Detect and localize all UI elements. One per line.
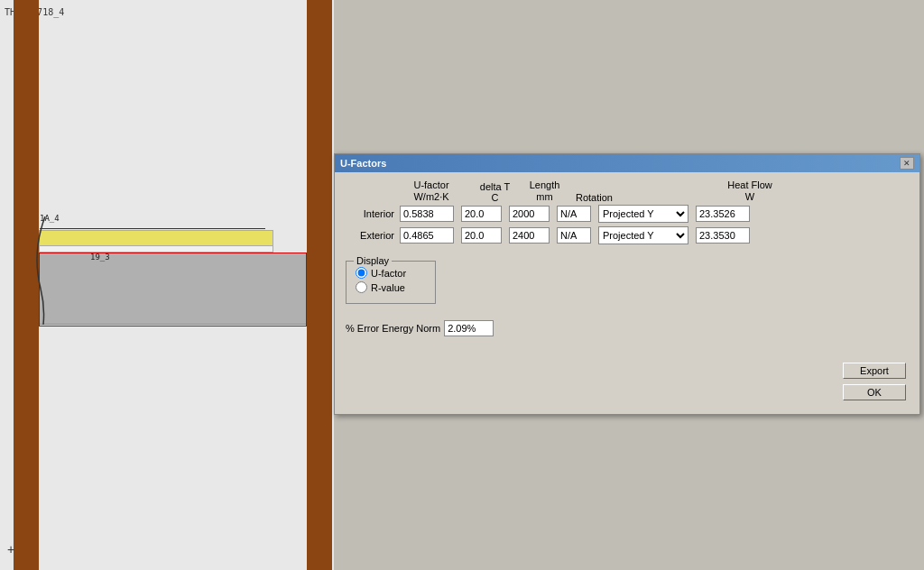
exterior-delta-input[interactable] <box>461 227 502 244</box>
exterior-length-input[interactable] <box>509 227 550 244</box>
layer-yellow <box>39 230 273 246</box>
header-ufactor: U-factor W/m2·K <box>400 179 463 203</box>
exterior-rotation-input[interactable] <box>557 227 591 244</box>
radio-rvalue[interactable] <box>356 281 367 293</box>
export-button[interactable]: Export <box>843 363 906 379</box>
dialog-titlebar: U-Factors ✕ <box>335 154 919 172</box>
radio-ufactor[interactable] <box>356 267 367 279</box>
radio-rvalue-label: R-value <box>371 282 405 293</box>
interior-heatflow-input[interactable] <box>696 206 750 222</box>
header-delta: delta T C <box>470 181 520 203</box>
display-group-box: Display U-factor R-value <box>346 261 436 304</box>
radio-ufactor-label: U-factor <box>371 268 406 279</box>
dialog-close-button[interactable]: ✕ <box>900 157 914 170</box>
error-row: % Error Energy Norm <box>346 320 494 336</box>
error-value-input[interactable] <box>444 320 494 336</box>
display-group-legend: Display <box>354 255 392 266</box>
dialog-buttons: Export OK <box>843 363 906 400</box>
error-label: % Error Energy Norm <box>346 323 440 334</box>
ufactors-dialog: U-Factors ✕ U-factor W/m2·K delta T C Le… <box>334 153 920 415</box>
radio-ufactor-option: U-factor <box>356 267 426 279</box>
interior-ufactor-input[interactable] <box>400 206 454 222</box>
cad-drawing: THERM5718_4 1A_4 19_3 + <box>0 0 334 570</box>
interior-row: Interior Projected Y Projected X Project… <box>346 205 909 223</box>
interior-delta-input[interactable] <box>461 206 502 222</box>
layer-white <box>39 245 273 253</box>
exterior-row: Exterior Projected Y Projected X Project… <box>346 226 909 244</box>
ok-button[interactable]: OK <box>843 384 906 400</box>
dialog-title: U-Factors <box>340 158 386 169</box>
interior-label: Interior <box>346 208 400 219</box>
interior-dropdown[interactable]: Projected Y Projected X Projected Z All <box>598 205 688 223</box>
interior-length-input[interactable] <box>509 206 550 222</box>
curve-line <box>27 216 54 325</box>
cross-marker: + <box>7 542 14 556</box>
dim-line-horiz <box>40 228 265 229</box>
exterior-dropdown[interactable]: Projected Y Projected X Projected Z All <box>598 226 688 244</box>
exterior-label: Exterior <box>346 230 400 241</box>
dim-label-193: 19_3 <box>90 253 110 262</box>
header-length: Length mm <box>520 179 569 203</box>
exterior-ufactor-input[interactable] <box>400 227 454 244</box>
slab-red-border <box>39 253 307 326</box>
wall-right <box>307 0 332 570</box>
radio-rvalue-option: R-value <box>356 281 426 293</box>
dialog-body: U-factor W/m2·K delta T C Length mm Rota… <box>335 172 919 344</box>
left-section: Display U-factor R-value % Error Energy … <box>346 253 494 336</box>
exterior-heatflow-input[interactable] <box>696 227 750 244</box>
interior-rotation-input[interactable] <box>557 206 591 222</box>
header-rotation: Rotation <box>569 192 619 203</box>
header-heatflow: Heat Flow W <box>714 179 786 203</box>
table-header-row: U-factor W/m2·K delta T C Length mm Rota… <box>346 179 909 203</box>
